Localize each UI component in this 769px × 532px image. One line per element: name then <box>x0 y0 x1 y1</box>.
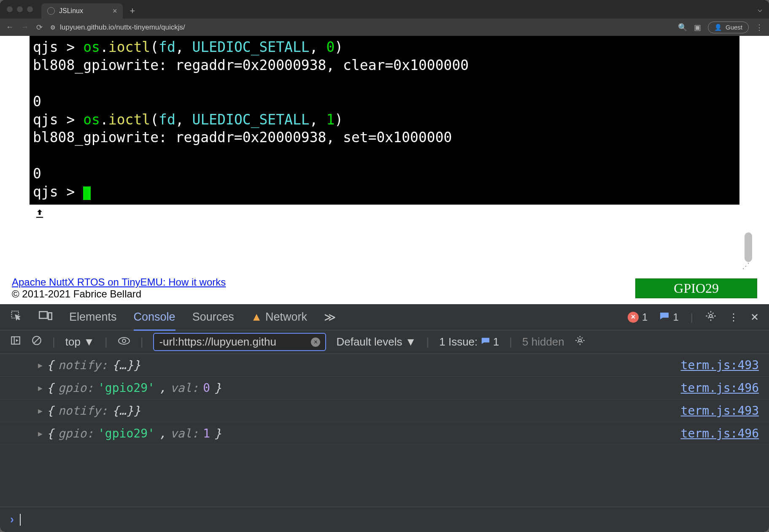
log-source-link[interactable]: term.js:496 <box>681 427 759 440</box>
tab-console[interactable]: Console <box>134 311 175 331</box>
console-settings-icon[interactable] <box>575 335 586 349</box>
address-bar: ← → ⟳ ⚙ lupyuen.github.io/nuttx-tinyemu/… <box>0 19 769 36</box>
terminal[interactable]: qjs > os.ioctl(fd, ULEDIOC_SETALL, 0) bl… <box>30 36 739 205</box>
menu-button[interactable]: ⋮ <box>756 23 763 32</box>
titlebar: JSLinux × + ⌵ <box>0 0 769 19</box>
browser-tab[interactable]: JSLinux × <box>41 3 123 19</box>
window-controls <box>7 6 33 12</box>
minimize-window-button[interactable] <box>17 6 23 12</box>
tab-elements[interactable]: Elements <box>69 311 117 324</box>
console-log-row[interactable]: ▶ {gpio: 'gpio29', val: 1}term.js:496 <box>0 422 769 445</box>
tab-title: JSLinux <box>59 7 83 15</box>
log-source-link[interactable]: term.js:496 <box>681 381 759 395</box>
profile-button[interactable]: 👤 Guest <box>708 22 749 33</box>
issues-button[interactable]: 1 Issue: 1 <box>439 335 499 348</box>
sidebar-toggle-icon[interactable] <box>10 335 21 349</box>
chevron-right-icon: › <box>10 513 14 526</box>
inspect-icon[interactable] <box>10 310 22 324</box>
url-field[interactable]: ⚙ lupyuen.github.io/nuttx-tinyemu/quickj… <box>50 23 670 32</box>
svg-rect-4 <box>11 337 20 344</box>
clear-console-icon[interactable] <box>31 335 42 349</box>
info-count[interactable]: 1 <box>659 311 678 324</box>
text-cursor <box>20 514 21 526</box>
close-window-button[interactable] <box>7 6 13 12</box>
svg-line-7 <box>34 338 40 343</box>
hidden-count[interactable]: 5 hidden <box>522 335 564 348</box>
chevron-down-icon[interactable]: ⌵ <box>758 5 762 14</box>
svg-point-8 <box>119 338 130 344</box>
scrollbar-thumb[interactable] <box>745 232 752 262</box>
more-tabs-button[interactable]: ≫ <box>324 311 336 324</box>
person-icon: 👤 <box>714 24 722 31</box>
close-devtools-button[interactable]: ✕ <box>750 311 759 323</box>
console-input-row[interactable]: › <box>0 507 769 532</box>
site-settings-icon[interactable]: ⚙ <box>50 24 56 31</box>
svg-point-10 <box>579 339 582 342</box>
error-count[interactable]: × 1 <box>628 311 648 323</box>
devtools-tabs: Elements Console Sources ▲ Network ≫ × 1 <box>0 304 769 330</box>
resize-handle-icon[interactable]: ⋰ <box>742 261 750 270</box>
kebab-menu-icon[interactable]: ⋮ <box>729 311 739 323</box>
close-tab-button[interactable]: × <box>113 7 117 16</box>
addrbar-actions: 🔍 ▣ 👤 Guest ⋮ <box>678 22 763 33</box>
maximize-window-button[interactable] <box>27 6 33 12</box>
message-icon <box>481 335 493 348</box>
context-selector[interactable]: top ▼ <box>65 335 94 348</box>
footer-link[interactable]: Apache NuttX RTOS on TinyEMU: How it wor… <box>12 276 226 288</box>
page-footer: Apache NuttX RTOS on TinyEMU: How it wor… <box>0 272 769 304</box>
expand-caret-icon[interactable]: ▶ <box>38 383 43 392</box>
url-text: lupyuen.github.io/nuttx-tinyemu/quickjs/ <box>60 23 185 32</box>
log-source-link[interactable]: term.js:493 <box>681 358 759 372</box>
expand-caret-icon[interactable]: ▶ <box>38 361 43 370</box>
copyright-text: © 2011-2021 Fabrice Bellard <box>12 288 141 300</box>
reload-button[interactable]: ⟳ <box>36 23 43 32</box>
warning-icon: ▲ <box>251 311 262 323</box>
log-source-link[interactable]: term.js:493 <box>681 404 759 418</box>
settings-icon[interactable] <box>705 310 717 324</box>
guest-label: Guest <box>726 24 742 31</box>
filter-input[interactable]: -url:https://lupyuen.githu × <box>153 333 326 351</box>
zoom-icon[interactable]: 🔍 <box>678 23 687 32</box>
tab-network[interactable]: ▲ Network <box>251 311 307 324</box>
live-expression-icon[interactable] <box>118 335 130 348</box>
page-content: qjs > os.ioctl(fd, ULEDIOC_SETALL, 0) bl… <box>0 36 769 532</box>
svg-point-3 <box>710 314 712 317</box>
gpio-badge: GPIO29 <box>635 278 757 298</box>
back-button[interactable]: ← <box>6 23 13 32</box>
console-log-row[interactable]: ▶ {notify: {…}}term.js:493 <box>0 354 769 377</box>
svg-rect-2 <box>49 313 52 319</box>
panel-icon[interactable]: ▣ <box>694 23 701 32</box>
console-toolbar: | top ▼ | | -url:https://lupyuen.githu ×… <box>0 330 769 354</box>
expand-caret-icon[interactable]: ▶ <box>38 429 43 438</box>
devtools-panel: Elements Console Sources ▲ Network ≫ × 1 <box>0 304 769 532</box>
console-log-row[interactable]: ▶ {gpio: 'gpio29', val: 0}term.js:496 <box>0 377 769 400</box>
scrollbar[interactable] <box>745 53 752 255</box>
new-tab-button[interactable]: + <box>130 5 135 16</box>
error-icon: × <box>628 312 639 323</box>
console-log-row[interactable]: ▶ {notify: {…}}term.js:493 <box>0 400 769 422</box>
svg-rect-1 <box>39 312 47 319</box>
terminal-container: qjs > os.ioctl(fd, ULEDIOC_SETALL, 0) bl… <box>0 36 769 272</box>
tab-sources[interactable]: Sources <box>192 311 234 324</box>
globe-icon <box>47 7 55 15</box>
clear-filter-icon[interactable]: × <box>311 338 320 347</box>
device-icon[interactable] <box>39 310 52 324</box>
console-output[interactable]: ▶ {notify: {…}}term.js:493▶ {gpio: 'gpio… <box>0 354 769 507</box>
message-icon <box>659 311 669 324</box>
browser-window: JSLinux × + ⌵ ← → ⟳ ⚙ lupyuen.github.io/… <box>0 0 769 532</box>
expand-caret-icon[interactable]: ▶ <box>38 406 43 415</box>
forward-button[interactable]: → <box>21 23 29 32</box>
svg-point-9 <box>122 339 126 343</box>
upload-icon[interactable] <box>34 208 739 223</box>
levels-selector[interactable]: Default levels ▼ <box>336 335 416 348</box>
